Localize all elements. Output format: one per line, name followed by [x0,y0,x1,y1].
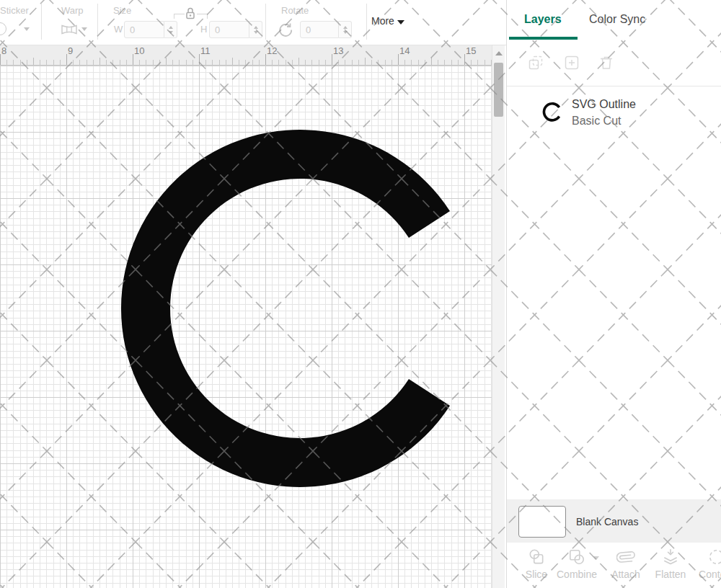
step-up-icon [169,26,173,29]
flatten-icon [661,548,680,566]
warp-section-label: Warp [61,5,84,16]
letter-c-shape[interactable] [0,45,492,588]
step-down-icon [343,31,348,34]
width-label: W [114,24,123,35]
step-down-icon [169,31,173,34]
attach-icon [616,548,635,566]
bottom-action-bar: Slice Combine Attach Flatten [507,543,721,588]
lock-aspect-icon[interactable] [185,6,196,20]
height-stepper[interactable] [249,21,262,38]
contour-icon [707,548,721,566]
design-canvas[interactable]: 8 9 10 11 12 13 14 15 [0,45,492,588]
warp-icon[interactable] [61,24,78,35]
active-tab-underline [509,37,578,40]
toolbar-divider [366,4,367,40]
height-input[interactable] [209,21,249,38]
contour-label: Contour [693,569,721,580]
flatten-button[interactable]: Flatten [647,548,694,580]
tab-color-sync[interactable]: Color Sync [589,13,645,26]
sticker-caret-icon[interactable] [24,27,30,31]
combine-caret-icon [593,556,599,560]
canvas-color-swatch[interactable] [518,506,566,538]
width-input[interactable] [124,21,164,38]
rotate-section-label: Rotate [281,5,309,16]
more-button[interactable]: More [371,15,404,27]
blank-canvas-label: Blank Canvas [576,516,638,527]
step-up-icon [343,26,348,29]
duplicate-icon[interactable] [527,54,544,71]
combine-button[interactable]: Combine [553,548,601,580]
combine-label: Combine [553,569,601,580]
combine-icon [567,548,586,566]
rotate-stepper[interactable] [339,21,352,38]
slice-icon [527,548,546,566]
step-up-icon [254,26,258,29]
sticker-section-label: Sticker [0,5,29,16]
tab-layers[interactable]: Layers [524,13,562,26]
layer-title: SVG Outline [572,98,636,111]
step-down-icon [254,31,258,34]
lock-bracket-left [174,14,185,19]
add-layer-icon[interactable] [563,54,580,71]
more-label: More [371,15,394,27]
scroll-up-icon[interactable] [495,51,503,55]
delete-layer-icon[interactable] [598,54,615,71]
sticker-icon[interactable] [0,22,6,35]
layer-row[interactable]: SVG Outline Basic Cut [507,94,721,133]
contour-button[interactable]: Contour [693,548,721,580]
blank-canvas-row: Blank Canvas [507,499,721,543]
rotate-input[interactable] [300,21,339,38]
size-section-label: Size [113,5,131,16]
layer-subtitle: Basic Cut [572,115,621,128]
width-stepper[interactable] [164,21,177,38]
vertical-scrollbar[interactable] [492,45,505,588]
right-panel: Layers Color Sync SVG Outline Basic Cut … [506,0,721,588]
more-caret-icon [397,20,404,24]
panel-divider [507,86,721,86]
rotate-icon[interactable] [278,22,293,37]
top-toolbar: Sticker Warp Size W H Rotate More [0,0,506,45]
toolbar-divider [265,4,266,40]
layer-thumbnail-c [541,102,562,122]
scrollbar-thumb[interactable] [494,63,503,117]
toolbar-divider [41,4,42,40]
warp-caret-icon[interactable] [81,27,87,31]
height-label: H [200,24,207,35]
attach-button[interactable]: Attach [602,548,650,580]
toolbar-divider [97,4,98,40]
attach-label: Attach [602,569,650,580]
flatten-label: Flatten [647,569,694,580]
lock-bracket-right [197,14,208,19]
